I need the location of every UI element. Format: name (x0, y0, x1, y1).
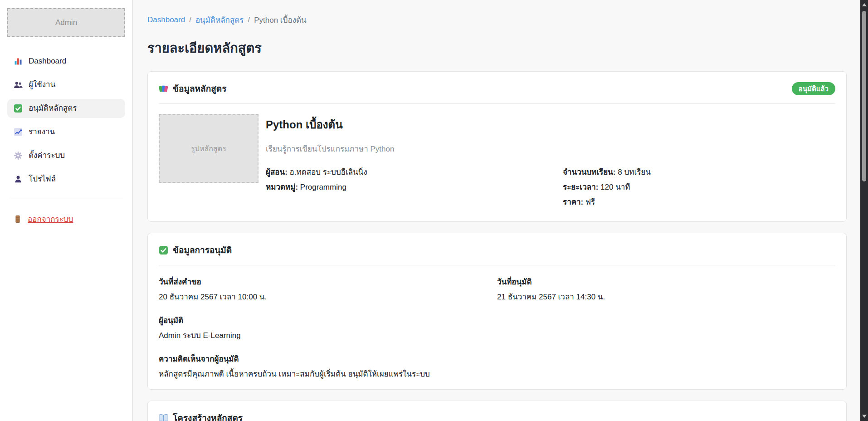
approve-check-icon (14, 104, 23, 113)
status-badge: อนุมัติแล้ว (792, 82, 835, 95)
sidebar-item-label: ผู้ใช้งาน (29, 80, 55, 90)
open-book-icon (159, 413, 168, 421)
breadcrumb-separator: / (189, 15, 191, 24)
course-structure-card: โครงสร้างหลักสูตร (147, 401, 847, 421)
books-icon (159, 84, 168, 93)
card-divider (159, 265, 835, 265)
approval-card-title-row: ข้อมูลการอนุมัติ (159, 243, 232, 257)
approval-card-title: ข้อมูลการอนุมัติ (173, 243, 232, 257)
sidebar-item-label: โปรไฟล์ (29, 174, 56, 184)
admin-logo-label: Admin (55, 18, 77, 27)
course-info: Python เบื้องต้น เรียนรู้การเขียนโปรแกรม… (266, 114, 835, 211)
sidebar: Admin Dashboard ผู้ใช้งาน อนุมัติหลักสูต… (0, 0, 133, 421)
breadcrumb-separator: / (248, 15, 250, 24)
approval-card-header: ข้อมูลการอนุมัติ (159, 243, 835, 257)
course-card-title: ข้อมูลหลักสูตร (173, 82, 226, 95)
breadcrumb-link-course-approval[interactable]: อนุมัติหลักสูตร (195, 14, 244, 26)
app-window: Admin Dashboard ผู้ใช้งาน อนุมัติหลักสูต… (0, 0, 868, 421)
card-divider (159, 103, 835, 104)
sidebar-nav: Dashboard ผู้ใช้งาน อนุมัติหลักสูตร รายง… (7, 52, 125, 189)
admin-logo-placeholder: Admin (7, 8, 125, 37)
scrollbar-up-arrow-icon[interactable] (862, 3, 867, 6)
sidebar-item-settings[interactable]: ตั้งค่าระบบ (7, 146, 125, 165)
course-info-card: ข้อมูลหลักสูตร อนุมัติแล้ว รูปหลักสูตร P… (147, 71, 847, 222)
vertical-scrollbar[interactable] (860, 0, 868, 421)
sidebar-item-dashboard[interactable]: Dashboard (7, 52, 125, 71)
door-icon (14, 215, 22, 223)
breadcrumb-current: Python เบื้องต้น (254, 14, 306, 26)
trend-chart-icon (14, 127, 23, 137)
sidebar-item-label: อนุมัติหลักสูตร (29, 103, 77, 113)
gear-icon (14, 151, 23, 160)
course-card-header: ข้อมูลหลักสูตร อนุมัติแล้ว (159, 82, 835, 95)
breadcrumb: Dashboard / อนุมัติหลักสูตร / Python เบื… (147, 14, 847, 26)
meta-instructor: ผู้สอน: อ.ทดสอบ ระบบอีเลินนิ่ง (266, 166, 563, 178)
course-body: รูปหลักสูตร Python เบื้องต้น เรียนรู้การ… (159, 114, 835, 211)
structure-card-title-row: โครงสร้างหลักสูตร (159, 411, 243, 421)
course-meta-left: ผู้สอน: อ.ทดสอบ ระบบอีเลินนิ่ง หมวดหมู่:… (266, 166, 563, 211)
meta-duration: ระยะเวลา: 120 นาที (563, 181, 835, 193)
sidebar-item-users[interactable]: ผู้ใช้งาน (7, 75, 125, 94)
course-description: เรียนรู้การเขียนโปรแกรมภาษา Python (266, 142, 835, 155)
logout-link[interactable]: ออกจากระบบ (7, 211, 125, 227)
bar-chart-icon (14, 57, 23, 66)
page-title: รายละเอียดหลักสูตร (147, 38, 847, 59)
course-image-placeholder: รูปหลักสูตร (159, 114, 258, 183)
course-name: Python เบื้องต้น (266, 116, 835, 133)
structure-card-title: โครงสร้างหลักสูตร (173, 411, 243, 421)
sidebar-item-label: ตั้งค่าระบบ (29, 151, 65, 161)
meta-category: หมวดหมู่: Programming (266, 181, 563, 193)
person-icon (14, 175, 23, 184)
course-card-title-row: ข้อมูลหลักสูตร (159, 82, 226, 95)
field-approval-date: วันที่อนุมัติ 21 ธันวาคม 2567 เวลา 14:30… (497, 275, 835, 302)
course-image-label: รูปหลักสูตร (191, 143, 226, 154)
scrollbar-down-arrow-icon[interactable] (862, 415, 867, 418)
scrollbar-thumb[interactable] (862, 11, 866, 181)
structure-card-header: โครงสร้างหลักสูตร (159, 411, 835, 421)
approval-fields: วันที่ส่งคำขอ 20 ธันวาคม 2567 เวลา 10:00… (159, 275, 835, 379)
main-content: Dashboard / อนุมัติหลักสูตร / Python เบื… (133, 0, 860, 421)
sidebar-item-label: รายงาน (29, 127, 55, 137)
sidebar-item-course-approval[interactable]: อนุมัติหลักสูตร (7, 99, 125, 118)
logout-label: ออกจากระบบ (28, 213, 73, 225)
sidebar-divider (9, 199, 123, 199)
users-icon (14, 80, 23, 89)
field-approver: ผู้อนุมัติ Admin ระบบ E-Learning (159, 314, 835, 341)
approve-check-icon (159, 245, 168, 255)
course-meta: ผู้สอน: อ.ทดสอบ ระบบอีเลินนิ่ง หมวดหมู่:… (266, 166, 835, 211)
meta-lesson-count: จำนวนบทเรียน: 8 บทเรียน (563, 166, 835, 178)
approval-info-card: ข้อมูลการอนุมัติ วันที่ส่งคำขอ 20 ธันวาค… (147, 233, 847, 390)
meta-price: ราคา: ฟรี (563, 196, 835, 208)
breadcrumb-link-dashboard[interactable]: Dashboard (147, 15, 185, 24)
field-request-date: วันที่ส่งคำขอ 20 ธันวาคม 2567 เวลา 10:00… (159, 275, 497, 302)
course-meta-right: จำนวนบทเรียน: 8 บทเรียน ระยะเวลา: 120 นา… (563, 166, 835, 211)
sidebar-item-label: Dashboard (29, 56, 66, 66)
field-approver-comment: ความคิดเห็นจากผู้อนุมัติ หลักสูตรมีคุณภา… (159, 352, 835, 379)
sidebar-item-profile[interactable]: โปรไฟล์ (7, 170, 125, 189)
sidebar-item-reports[interactable]: รายงาน (7, 122, 125, 142)
